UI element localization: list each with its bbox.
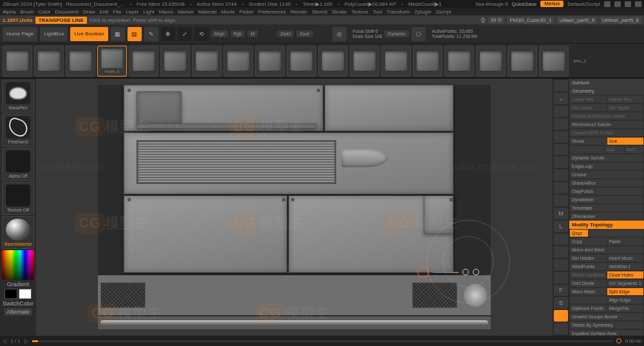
shelf-item[interactable] (3, 46, 32, 77)
weldpoints-button[interactable]: WeldPoints (570, 263, 607, 270)
edit-mode-icon[interactable]: ▤ (128, 27, 142, 41)
crease-header[interactable]: Crease (570, 171, 643, 178)
rotate-icon[interactable]: ⟲ (194, 27, 209, 41)
delete-by-symmetry-button[interactable]: Delete By Symmetry (570, 322, 643, 329)
modify-topology-header[interactable]: Modify Topology (569, 221, 644, 229)
shelf-item[interactable] (129, 46, 158, 77)
menu-draw[interactable]: Draw (83, 9, 95, 15)
copy-button[interactable]: Copy (570, 238, 607, 245)
material-slot[interactable]: BasicMaterial (2, 216, 34, 249)
color-picker[interactable] (2, 250, 34, 280)
shelf-item[interactable] (255, 46, 285, 77)
micromesh-button[interactable]: Micro Mesh (570, 288, 607, 295)
window-maximize-icon[interactable] (625, 1, 631, 7)
stroke-slot[interactable]: FreeHand (2, 114, 34, 147)
menus-toggle[interactable]: Menus (540, 1, 564, 7)
rail-zoom-icon[interactable] (554, 144, 568, 156)
tessimate-header[interactable]: Tessimate (570, 205, 643, 212)
rail-xyz-icon[interactable] (554, 323, 568, 334)
shelf-item[interactable] (160, 46, 190, 77)
edgeloop-header[interactable]: EdgeLoop (570, 163, 643, 170)
shelf-item[interactable] (539, 46, 569, 77)
rail-s-icon[interactable]: S (554, 297, 568, 309)
menu-render[interactable]: Render (290, 9, 307, 15)
suv-toggle[interactable]: Suv (605, 146, 624, 153)
geometry-header[interactable]: Geometry (569, 87, 644, 95)
sdiv-slider[interactable] (570, 146, 604, 153)
lightbox-button[interactable]: LightBox (40, 27, 68, 41)
qxyz-toggle[interactable]: Qxyz (570, 230, 588, 237)
rail-l-icon[interactable]: L (554, 221, 568, 232)
history-arrows[interactable] (480, 17, 486, 24)
menu-color[interactable]: Color (38, 9, 50, 15)
rail-move-icon[interactable] (554, 233, 568, 245)
draw-icon[interactable]: ✎ (144, 27, 158, 41)
zremesher-header[interactable]: ZRemesher (570, 213, 643, 220)
rail-rot-icon[interactable] (554, 259, 568, 271)
live-boolean-button[interactable]: Live Boolean (70, 27, 108, 41)
rail-flat-icon[interactable] (554, 118, 568, 130)
menu-macro[interactable]: Macro (159, 9, 173, 15)
menu-layer[interactable]: Layer (126, 9, 138, 15)
merge-tris-button[interactable]: MergeTris (607, 305, 644, 312)
shelf-item[interactable] (507, 46, 537, 77)
rail-m-icon[interactable]: M (554, 208, 568, 219)
paste-button[interactable]: Paste (607, 238, 644, 245)
swatch-primary[interactable] (19, 289, 32, 299)
focal-shift-readout[interactable]: Focal Shift 0 (353, 29, 383, 33)
window-close-icon[interactable] (635, 1, 641, 7)
menu-file[interactable]: File (113, 9, 121, 15)
mrgb-chip[interactable]: Mrgb (211, 30, 228, 37)
insert-mesh-button[interactable]: Insert Mesh (607, 255, 644, 262)
shelf-item[interactable] (381, 46, 411, 77)
draw-size-readout[interactable]: Draw Size 108 (353, 34, 383, 39)
equalize-surface-button[interactable]: Equalize Surface Area (570, 330, 643, 336)
alternate-button[interactable]: Alternate (4, 308, 32, 316)
shelf-item[interactable]: Holds_5 (97, 46, 127, 77)
menu-stroke[interactable]: Stroke (332, 9, 346, 15)
rgb-chip[interactable]: Rgb (231, 30, 245, 37)
menu-brush[interactable]: Brush (20, 9, 33, 15)
del-lower-button[interactable]: Del Lower (570, 104, 607, 111)
quicksave-button[interactable]: QuickSave (512, 1, 537, 7)
shelf-item[interactable] (444, 46, 474, 77)
rstt-toggle[interactable]: RstT (625, 146, 644, 153)
welddist-slider[interactable]: WeldDist 1 (607, 263, 644, 270)
action-ring-inner[interactable] (442, 236, 494, 287)
timeline-marker-icon[interactable] (616, 338, 621, 343)
timeline-scrubber[interactable] (32, 340, 612, 342)
thumb-prev-icon[interactable]: ◁ (3, 338, 6, 344)
rail-bpr-icon[interactable] (554, 80, 568, 91)
rail-aah-icon[interactable] (554, 182, 568, 194)
smt-toggle[interactable]: Smt (607, 138, 644, 145)
rail-grid-icon[interactable] (554, 310, 568, 322)
menu-edit[interactable]: Edit (100, 9, 109, 15)
move-icon[interactable]: ✥ (161, 27, 175, 41)
shelf-item[interactable] (66, 46, 95, 77)
menu-material[interactable]: Material (198, 9, 216, 15)
rail-cam-icon[interactable] (554, 195, 568, 206)
dynamic-chip[interactable]: Dynamic (384, 30, 408, 37)
tool-tab-1[interactable]: PM3D_Cube3D_1 (507, 17, 554, 24)
del-higher-button[interactable]: Del Higher (607, 104, 644, 111)
viewport[interactable]: CG模型主 CG模型主 CG模型主 CG模型主 CG模型主 CG模型主 CG模型… (36, 78, 553, 336)
rail-pers-icon[interactable] (554, 105, 568, 117)
rail-half-icon[interactable] (554, 156, 568, 168)
menu-movie[interactable]: Movie (221, 9, 234, 15)
shelf-item[interactable] (192, 46, 222, 77)
swatch-secondary[interactable] (5, 289, 17, 299)
shelf-item[interactable] (476, 46, 506, 77)
align-edge-button[interactable]: Align Edge (607, 296, 644, 304)
grid-divide-button[interactable]: Grid Divide (570, 280, 607, 287)
menu-marker[interactable]: Marker (178, 9, 194, 15)
spin-edge-button[interactable]: Spin Edge (607, 288, 644, 295)
shelf-item[interactable] (34, 46, 64, 77)
m-chip[interactable]: M (247, 30, 258, 37)
default-zscript[interactable]: DefaultZScript (567, 1, 600, 7)
convert-bpr-button[interactable]: Convert BPR To Geo (570, 129, 643, 136)
menu-zplugin[interactable]: Zplugin (414, 9, 431, 15)
thumb-next-icon[interactable]: ▷ (24, 338, 28, 344)
freeze-subdiv-button[interactable]: Freeze SubDivision Levels (570, 113, 643, 120)
canvas[interactable] (98, 85, 491, 329)
menu-alpha[interactable]: Alpha (3, 9, 15, 15)
